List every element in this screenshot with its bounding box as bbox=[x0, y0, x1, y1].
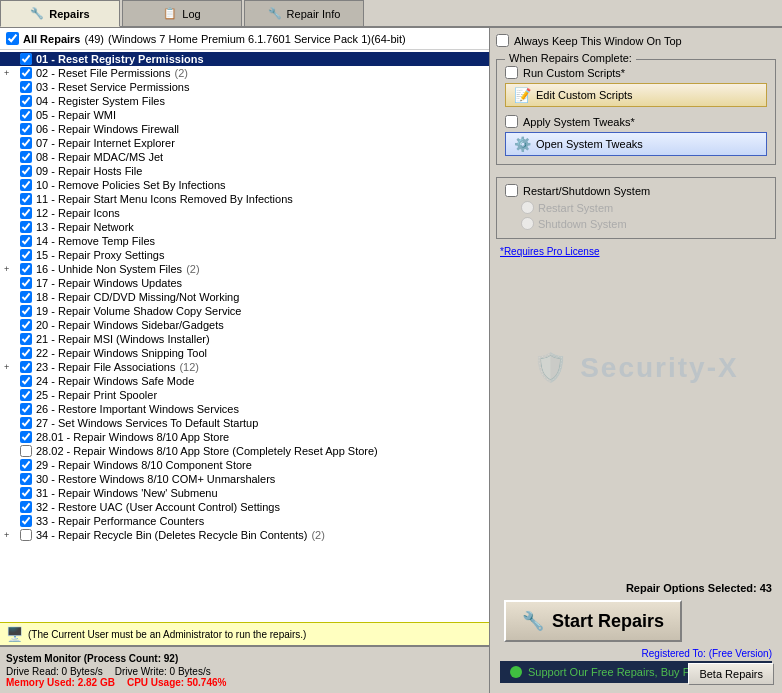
repair-checkbox[interactable] bbox=[20, 235, 32, 247]
tab-repair-info[interactable]: 🔧 Repair Info bbox=[244, 0, 364, 26]
all-repairs-checkbox[interactable] bbox=[6, 32, 19, 45]
repair-item[interactable]: +02 - Reset File Permissions (2) bbox=[0, 66, 489, 80]
repair-checkbox[interactable] bbox=[20, 473, 32, 485]
beta-repairs-button[interactable]: Beta Repairs bbox=[688, 663, 774, 685]
repair-item[interactable]: 28.01 - Repair Windows 8/10 App Store bbox=[0, 430, 489, 444]
repair-checkbox[interactable] bbox=[20, 403, 32, 415]
repair-checkbox[interactable] bbox=[20, 207, 32, 219]
requires-pro-link[interactable]: *Requires Pro License bbox=[500, 245, 776, 257]
repair-checkbox[interactable] bbox=[20, 137, 32, 149]
repair-checkbox[interactable] bbox=[20, 487, 32, 499]
repair-item[interactable]: 32 - Restore UAC (User Account Control) … bbox=[0, 500, 489, 514]
repair-checkbox[interactable] bbox=[20, 375, 32, 387]
repair-checkbox[interactable] bbox=[20, 53, 32, 65]
repair-checkbox[interactable] bbox=[20, 221, 32, 233]
repair-label: 20 - Repair Windows Sidebar/Gadgets bbox=[36, 319, 224, 331]
left-panel: All Repairs (49) (Windows 7 Home Premium… bbox=[0, 28, 490, 693]
repair-item[interactable]: +34 - Repair Recycle Bin (Deletes Recycl… bbox=[0, 528, 489, 542]
repair-item[interactable]: 14 - Remove Temp Files bbox=[0, 234, 489, 248]
expand-icon[interactable]: + bbox=[4, 362, 16, 372]
repair-label: 28.02 - Repair Windows 8/10 App Store (C… bbox=[36, 445, 378, 457]
repair-checkbox[interactable] bbox=[20, 109, 32, 121]
cpu-usage: CPU Usage: 50.746% bbox=[127, 677, 227, 688]
repair-item[interactable]: 21 - Repair MSI (Windows Installer) bbox=[0, 332, 489, 346]
repair-checkbox[interactable] bbox=[20, 67, 32, 79]
repair-item[interactable]: +16 - Unhide Non System Files (2) bbox=[0, 262, 489, 276]
repair-item[interactable]: 12 - Repair Icons bbox=[0, 206, 489, 220]
repair-item[interactable]: 01 - Reset Registry Permissions bbox=[0, 52, 489, 66]
repair-item[interactable]: 18 - Repair CD/DVD Missing/Not Working bbox=[0, 290, 489, 304]
repair-item[interactable]: 04 - Register System Files bbox=[0, 94, 489, 108]
repair-item[interactable]: 15 - Repair Proxy Settings bbox=[0, 248, 489, 262]
repair-checkbox[interactable] bbox=[20, 165, 32, 177]
repair-checkbox[interactable] bbox=[20, 151, 32, 163]
run-custom-scripts-checkbox[interactable] bbox=[505, 66, 518, 79]
repair-label: 09 - Repair Hosts File bbox=[36, 165, 142, 177]
repair-item[interactable]: 20 - Repair Windows Sidebar/Gadgets bbox=[0, 318, 489, 332]
repair-item[interactable]: 33 - Repair Performance Counters bbox=[0, 514, 489, 528]
support-icon bbox=[510, 666, 522, 678]
repair-label: 27 - Set Windows Services To Default Sta… bbox=[36, 417, 258, 429]
repair-item[interactable]: 11 - Repair Start Menu Icons Removed By … bbox=[0, 192, 489, 206]
repair-item[interactable]: 30 - Restore Windows 8/10 COM+ Unmarshal… bbox=[0, 472, 489, 486]
repair-item[interactable]: 25 - Repair Print Spooler bbox=[0, 388, 489, 402]
repair-item[interactable]: 26 - Restore Important Windows Services bbox=[0, 402, 489, 416]
repair-checkbox[interactable] bbox=[20, 361, 32, 373]
repair-checkbox[interactable] bbox=[20, 459, 32, 471]
repair-label: 01 - Reset Registry Permissions bbox=[36, 53, 204, 65]
repair-checkbox[interactable] bbox=[20, 319, 32, 331]
edit-custom-scripts-button[interactable]: 📝 Edit Custom Scripts bbox=[505, 83, 767, 107]
repair-item[interactable]: 27 - Set Windows Services To Default Sta… bbox=[0, 416, 489, 430]
repair-checkbox[interactable] bbox=[20, 81, 32, 93]
repair-item[interactable]: 29 - Repair Windows 8/10 Component Store bbox=[0, 458, 489, 472]
repair-checkbox[interactable] bbox=[20, 431, 32, 443]
repair-checkbox[interactable] bbox=[20, 305, 32, 317]
repair-item[interactable]: 05 - Repair WMI bbox=[0, 108, 489, 122]
expand-icon[interactable]: + bbox=[4, 264, 16, 274]
repair-item[interactable]: 06 - Repair Windows Firewall bbox=[0, 122, 489, 136]
repair-item[interactable]: +23 - Repair File Associations (12) bbox=[0, 360, 489, 374]
repair-checkbox[interactable] bbox=[20, 277, 32, 289]
registered-value: (Free Version) bbox=[709, 648, 772, 659]
repair-checkbox[interactable] bbox=[20, 95, 32, 107]
expand-icon[interactable]: + bbox=[4, 530, 16, 540]
repair-label: 06 - Repair Windows Firewall bbox=[36, 123, 179, 135]
repair-item[interactable]: 19 - Repair Volume Shadow Copy Service bbox=[0, 304, 489, 318]
repair-checkbox[interactable] bbox=[20, 263, 32, 275]
tab-repairs[interactable]: 🔧 Repairs bbox=[0, 0, 120, 27]
repair-checkbox[interactable] bbox=[20, 291, 32, 303]
apply-system-tweaks-checkbox[interactable] bbox=[505, 115, 518, 128]
repair-item[interactable]: 28.02 - Repair Windows 8/10 App Store (C… bbox=[0, 444, 489, 458]
repair-checkbox[interactable] bbox=[20, 515, 32, 527]
repair-item[interactable]: 03 - Reset Service Permissions bbox=[0, 80, 489, 94]
repair-checkbox[interactable] bbox=[20, 193, 32, 205]
open-system-tweaks-button[interactable]: ⚙️ Open System Tweaks bbox=[505, 132, 767, 156]
expand-icon[interactable]: + bbox=[4, 68, 16, 78]
repair-checkbox[interactable] bbox=[20, 179, 32, 191]
start-repairs-button[interactable]: 🔧 Start Repairs bbox=[504, 600, 682, 642]
repair-item[interactable]: 24 - Repair Windows Safe Mode bbox=[0, 374, 489, 388]
edit-custom-icon: 📝 bbox=[514, 87, 531, 103]
always-on-top-checkbox[interactable] bbox=[496, 34, 509, 47]
repair-item[interactable]: 31 - Repair Windows 'New' Submenu bbox=[0, 486, 489, 500]
repair-checkbox[interactable] bbox=[20, 123, 32, 135]
repair-checkbox[interactable] bbox=[20, 445, 32, 457]
registered-to[interactable]: Registered To: (Free Version) bbox=[496, 646, 776, 661]
repair-checkbox[interactable] bbox=[20, 249, 32, 261]
repair-item[interactable]: 10 - Remove Policies Set By Infections bbox=[0, 178, 489, 192]
repair-item[interactable]: 08 - Repair MDAC/MS Jet bbox=[0, 150, 489, 164]
restart-shutdown-checkbox[interactable] bbox=[505, 184, 518, 197]
repair-checkbox[interactable] bbox=[20, 501, 32, 513]
repair-checkbox[interactable] bbox=[20, 417, 32, 429]
repair-checkbox[interactable] bbox=[20, 347, 32, 359]
repair-checkbox[interactable] bbox=[20, 333, 32, 345]
repair-item[interactable]: 17 - Repair Windows Updates bbox=[0, 276, 489, 290]
repair-item[interactable]: 13 - Repair Network bbox=[0, 220, 489, 234]
tab-log[interactable]: 📋 Log bbox=[122, 0, 242, 26]
repair-checkbox[interactable] bbox=[20, 529, 32, 541]
repair-checkbox[interactable] bbox=[20, 389, 32, 401]
when-repairs-complete-group: When Repairs Complete: Run Custom Script… bbox=[496, 59, 776, 165]
repair-item[interactable]: 22 - Repair Windows Snipping Tool bbox=[0, 346, 489, 360]
repair-item[interactable]: 07 - Repair Internet Explorer bbox=[0, 136, 489, 150]
repair-item[interactable]: 09 - Repair Hosts File bbox=[0, 164, 489, 178]
